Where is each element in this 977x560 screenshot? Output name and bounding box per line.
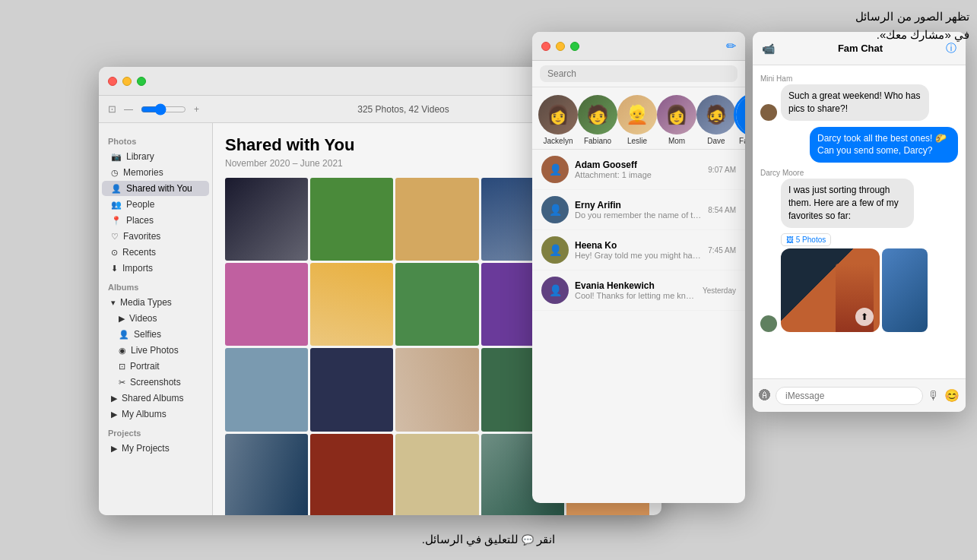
sidebar-item-media-types[interactable]: ▾ Media Types — [102, 295, 209, 310]
emoji-icon[interactable]: 😊 — [944, 388, 960, 403]
photo-cell-3[interactable] — [395, 178, 478, 261]
avatar-mom[interactable]: 👩 Mom — [657, 95, 696, 145]
photo-cell-16[interactable] — [225, 434, 308, 515]
contact-adam[interactable]: 👤 Adam Gooseff Attachment: 1 image 9:07 … — [532, 150, 745, 190]
annotation-line2: في «مشارك معك». — [855, 26, 969, 44]
compose-button[interactable]: ✏ — [726, 39, 736, 53]
fabiano-label: Fabiano — [584, 137, 611, 145]
sidebar-item-my-projects[interactable]: ▶ My Projects — [102, 441, 209, 456]
share-photo-button[interactable]: ⬆ — [855, 308, 874, 326]
photo-cell-8[interactable] — [395, 263, 478, 346]
sidebar-item-selfies[interactable]: 👤 Selfies — [102, 327, 209, 342]
photos-badge[interactable]: 🖼 5 Photos — [781, 233, 831, 246]
sidebar-item-live-photos[interactable]: ◉ Live Photos — [102, 343, 209, 358]
famchat-label: Fam Chat — [739, 137, 745, 145]
msg-minimize-button[interactable] — [556, 42, 565, 51]
avatar-leslie[interactable]: 👱 Leslie — [617, 95, 657, 145]
selfies-icon: 👤 — [119, 330, 129, 340]
famchat-avatar: 👨‍👩‍👧 — [736, 95, 745, 134]
recents-icon: ⊙ — [111, 248, 118, 258]
contact-heena[interactable]: 👤 Heena Ko Hey! Gray told me you might h… — [532, 230, 745, 271]
photo-cell-1[interactable] — [225, 178, 308, 261]
sidebar-item-screenshots[interactable]: ✂ Screenshots — [102, 375, 209, 390]
evania-info: Evania Henkewich Cool! Thanks for lettin… — [575, 280, 696, 300]
adam-avatar: 👤 — [541, 156, 569, 183]
chat-photo-2[interactable] — [882, 248, 928, 332]
apps-icon[interactable]: 🅐 — [759, 389, 771, 403]
dave-label: Dave — [707, 137, 725, 145]
sidebar-item-recents[interactable]: ⊙ Recents — [102, 245, 209, 260]
sidebar-item-my-albums[interactable]: ▶ My Albums — [102, 407, 209, 422]
sidebar-item-people[interactable]: 👥 People — [102, 197, 209, 212]
close-button[interactable] — [108, 77, 117, 86]
chat-title: Fam Chat — [781, 43, 940, 54]
leslie-label: Leslie — [627, 137, 647, 145]
photo-cell-13[interactable] — [395, 348, 478, 431]
sidebar-item-imports[interactable]: ⬇ Imports — [102, 261, 209, 276]
sidebar-item-library[interactable]: 📷 Library — [102, 149, 209, 164]
erny-preview: Do you remember the name of that guy fro… — [575, 210, 702, 220]
projects-chevron: ▶ — [111, 444, 117, 454]
jackelyn-avatar: 👩 — [538, 95, 578, 134]
videos-icon: ▶ — [119, 314, 125, 324]
jackelyn-label: Jackelyn — [544, 137, 573, 145]
zoom-button[interactable] — [137, 77, 146, 86]
messages-contacts-window: ✏ 👩 Jackelyn 🧑 Fabiano 👱 Leslie 👩 — [532, 32, 745, 503]
photo-cell-18[interactable] — [395, 434, 478, 515]
erny-avatar: 👤 — [541, 196, 569, 223]
avatar-jackelyn[interactable]: 👩 Jackelyn — [538, 95, 578, 145]
chevron-icon: ▾ — [111, 298, 116, 308]
photo-cell-7[interactable] — [310, 263, 393, 346]
sender-darcy: Darcy Moore — [760, 169, 804, 177]
sidebar-item-videos[interactable]: ▶ Videos — [102, 311, 209, 326]
photo-cell-2[interactable] — [310, 178, 393, 261]
avatar-famchat[interactable]: 👨‍👩‍👧 Fam Chat — [736, 95, 745, 145]
photo-cell-12[interactable] — [310, 348, 393, 431]
sidebar-item-places[interactable]: 📍 Places — [102, 213, 209, 228]
photo-cell-17[interactable] — [310, 434, 393, 515]
heena-preview: Hey! Gray told me you might have some go… — [575, 251, 702, 260]
sidebar-item-shared-with-you[interactable]: 👤 Shared with You — [102, 181, 209, 196]
annotation-top: تظهر الصور من الرسائل في «مشارك معك». — [855, 8, 969, 44]
search-input[interactable] — [540, 65, 738, 82]
avatar-dave[interactable]: 🧔 Dave — [696, 95, 736, 145]
sidebar-item-memories[interactable]: ◷ Memories — [102, 165, 209, 180]
message-input[interactable] — [776, 387, 923, 405]
heena-time: 7:45 AM — [708, 246, 736, 255]
minimize-button[interactable] — [122, 77, 132, 86]
sender-mini-ham: Mini Ham — [760, 74, 792, 83]
adam-info: Adam Gooseff Attachment: 1 image — [575, 160, 702, 179]
erny-time: 8:54 AM — [708, 206, 736, 214]
my-albums-chevron: ▶ — [111, 410, 117, 419]
photo-cell-6[interactable] — [225, 263, 308, 346]
bubble-3: I was just sorting through them. Here ar… — [781, 179, 914, 227]
avatar-fabiano[interactable]: 🧑 Fabiano — [578, 95, 617, 145]
evania-preview: Cool! Thanks for letting me know. — [575, 291, 696, 300]
erny-name: Erny Arifin — [575, 200, 702, 210]
photos-badge-text: 🖼 5 Photos — [786, 236, 826, 244]
video-call-button[interactable]: 📹 — [762, 43, 775, 55]
sidebar-section-albums: Albums — [99, 277, 212, 294]
msg-zoom-button[interactable] — [570, 42, 579, 51]
annotation-line1: تظهر الصور من الرسائل — [855, 8, 969, 26]
portrait-icon: ⊡ — [119, 362, 125, 372]
voice-icon[interactable]: 🎙 — [928, 389, 940, 403]
zoom-slider[interactable] — [141, 103, 186, 115]
contact-erny[interactable]: 👤 Erny Arifin Do you remember the name o… — [532, 190, 745, 230]
imports-icon: ⬇ — [111, 264, 118, 274]
avatar-row: 👩 Jackelyn 🧑 Fabiano 👱 Leslie 👩 Mom 🧔 — [532, 87, 745, 150]
sidebar-item-shared-albums[interactable]: ▶ Shared Albums — [102, 391, 209, 406]
mom-label: Mom — [668, 137, 685, 145]
photo-cell-11[interactable] — [225, 348, 308, 431]
contact-evania[interactable]: 👤 Evania Henkewich Cool! Thanks for lett… — [532, 271, 745, 311]
annotation-bottom-text1: انقر — [537, 533, 555, 546]
erny-info: Erny Arifin Do you remember the name of … — [575, 200, 702, 220]
live-photos-icon: ◉ — [119, 346, 126, 356]
msg-close-button[interactable] — [541, 42, 550, 51]
evania-name: Evania Henkewich — [575, 280, 696, 291]
sidebar-item-portrait[interactable]: ⊡ Portrait — [102, 359, 209, 374]
message-2: Darcy took all the best ones! 🌮 Can you … — [760, 127, 958, 163]
chat-photo-preview[interactable]: ⬆ — [781, 248, 880, 332]
sidebar-item-favorites[interactable]: ♡ Favorites — [102, 229, 209, 244]
mom-avatar: 👩 — [657, 95, 696, 134]
